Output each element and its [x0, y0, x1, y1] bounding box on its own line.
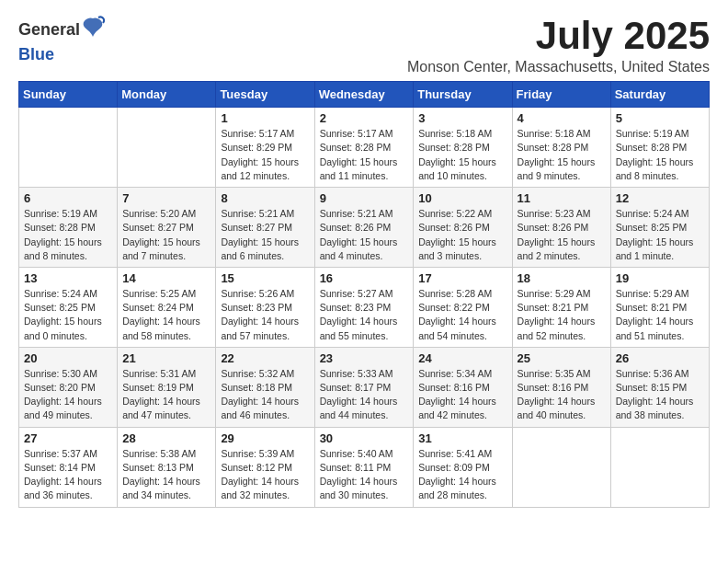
calendar-table: Sunday Monday Tuesday Wednesday Thursday…	[18, 81, 710, 507]
table-row: 1Sunrise: 5:17 AM Sunset: 8:29 PM Daylig…	[216, 108, 314, 188]
header: General Blue July 2025 Monson Center, Ma…	[18, 15, 710, 75]
calendar-week-row: 20Sunrise: 5:30 AM Sunset: 8:20 PM Dayli…	[19, 347, 710, 427]
table-row: 21Sunrise: 5:31 AM Sunset: 8:19 PM Dayli…	[118, 347, 216, 427]
day-info: Sunrise: 5:19 AM Sunset: 8:28 PM Dayligh…	[616, 127, 704, 183]
col-thursday: Thursday	[414, 82, 512, 108]
day-info: Sunrise: 5:20 AM Sunset: 8:27 PM Dayligh…	[122, 207, 210, 263]
day-info: Sunrise: 5:32 AM Sunset: 8:18 PM Dayligh…	[221, 367, 309, 423]
day-info: Sunrise: 5:17 AM Sunset: 8:28 PM Dayligh…	[320, 127, 409, 183]
table-row: 10Sunrise: 5:22 AM Sunset: 8:26 PM Dayli…	[414, 188, 512, 268]
logo: General Blue	[18, 15, 106, 64]
day-number: 19	[616, 271, 704, 285]
table-row: 31Sunrise: 5:41 AM Sunset: 8:09 PM Dayli…	[414, 427, 512, 507]
day-info: Sunrise: 5:29 AM Sunset: 8:21 PM Dayligh…	[616, 287, 704, 343]
day-info: Sunrise: 5:17 AM Sunset: 8:29 PM Dayligh…	[221, 127, 309, 183]
day-info: Sunrise: 5:38 AM Sunset: 8:13 PM Dayligh…	[122, 447, 210, 503]
day-number: 22	[221, 351, 309, 365]
calendar-week-row: 13Sunrise: 5:24 AM Sunset: 8:25 PM Dayli…	[19, 267, 710, 347]
table-row	[512, 427, 610, 507]
day-number: 30	[320, 431, 409, 445]
table-row: 29Sunrise: 5:39 AM Sunset: 8:12 PM Dayli…	[216, 427, 314, 507]
day-info: Sunrise: 5:23 AM Sunset: 8:26 PM Dayligh…	[518, 207, 606, 263]
day-number: 14	[122, 271, 210, 285]
day-number: 1	[221, 111, 309, 125]
table-row	[610, 427, 709, 507]
day-info: Sunrise: 5:19 AM Sunset: 8:28 PM Dayligh…	[24, 207, 112, 263]
day-number: 16	[320, 271, 409, 285]
table-row: 17Sunrise: 5:28 AM Sunset: 8:22 PM Dayli…	[414, 267, 512, 347]
day-number: 25	[518, 351, 606, 365]
col-sunday: Sunday	[19, 82, 118, 108]
table-row: 14Sunrise: 5:25 AM Sunset: 8:24 PM Dayli…	[118, 267, 216, 347]
day-number: 23	[320, 351, 409, 365]
day-info: Sunrise: 5:25 AM Sunset: 8:24 PM Dayligh…	[122, 287, 210, 343]
table-row: 16Sunrise: 5:27 AM Sunset: 8:23 PM Dayli…	[314, 267, 414, 347]
day-number: 15	[221, 271, 309, 285]
day-number: 27	[24, 431, 112, 445]
day-info: Sunrise: 5:34 AM Sunset: 8:16 PM Dayligh…	[418, 367, 506, 423]
table-row: 25Sunrise: 5:35 AM Sunset: 8:16 PM Dayli…	[512, 347, 610, 427]
title-month-year: July 2025	[407, 15, 710, 57]
calendar-header-row: Sunday Monday Tuesday Wednesday Thursday…	[19, 82, 710, 108]
calendar-week-row: 6Sunrise: 5:19 AM Sunset: 8:28 PM Daylig…	[19, 188, 710, 268]
day-number: 20	[24, 351, 112, 365]
table-row	[19, 108, 118, 188]
table-row: 9Sunrise: 5:21 AM Sunset: 8:26 PM Daylig…	[314, 188, 414, 268]
day-number: 21	[122, 351, 210, 365]
day-number: 8	[221, 191, 309, 205]
day-info: Sunrise: 5:31 AM Sunset: 8:19 PM Dayligh…	[122, 367, 210, 423]
logo-bird-icon	[80, 15, 106, 46]
day-info: Sunrise: 5:39 AM Sunset: 8:12 PM Dayligh…	[221, 447, 309, 503]
col-wednesday: Wednesday	[314, 82, 414, 108]
day-number: 2	[320, 111, 409, 125]
day-number: 17	[418, 271, 506, 285]
day-info: Sunrise: 5:41 AM Sunset: 8:09 PM Dayligh…	[418, 447, 506, 503]
day-info: Sunrise: 5:35 AM Sunset: 8:16 PM Dayligh…	[518, 367, 606, 423]
day-info: Sunrise: 5:28 AM Sunset: 8:22 PM Dayligh…	[418, 287, 506, 343]
day-number: 3	[418, 111, 506, 125]
day-number: 11	[518, 191, 606, 205]
day-info: Sunrise: 5:22 AM Sunset: 8:26 PM Dayligh…	[418, 207, 506, 263]
day-number: 4	[518, 111, 606, 125]
day-info: Sunrise: 5:36 AM Sunset: 8:15 PM Dayligh…	[616, 367, 704, 423]
day-info: Sunrise: 5:18 AM Sunset: 8:28 PM Dayligh…	[518, 127, 606, 183]
title-block: July 2025 Monson Center, Massachusetts, …	[407, 15, 710, 75]
day-number: 13	[24, 271, 112, 285]
calendar-week-row: 1Sunrise: 5:17 AM Sunset: 8:29 PM Daylig…	[19, 108, 710, 188]
table-row: 11Sunrise: 5:23 AM Sunset: 8:26 PM Dayli…	[512, 188, 610, 268]
table-row: 20Sunrise: 5:30 AM Sunset: 8:20 PM Dayli…	[19, 347, 118, 427]
col-tuesday: Tuesday	[216, 82, 314, 108]
day-number: 7	[122, 191, 210, 205]
table-row: 6Sunrise: 5:19 AM Sunset: 8:28 PM Daylig…	[19, 188, 118, 268]
day-info: Sunrise: 5:37 AM Sunset: 8:14 PM Dayligh…	[24, 447, 112, 503]
day-info: Sunrise: 5:29 AM Sunset: 8:21 PM Dayligh…	[518, 287, 606, 343]
title-location: Monson Center, Massachusetts, United Sta…	[407, 59, 710, 75]
day-number: 24	[418, 351, 506, 365]
table-row: 8Sunrise: 5:21 AM Sunset: 8:27 PM Daylig…	[216, 188, 314, 268]
day-info: Sunrise: 5:27 AM Sunset: 8:23 PM Dayligh…	[320, 287, 409, 343]
day-number: 29	[221, 431, 309, 445]
day-number: 28	[122, 431, 210, 445]
table-row: 26Sunrise: 5:36 AM Sunset: 8:15 PM Dayli…	[610, 347, 709, 427]
col-friday: Friday	[512, 82, 610, 108]
table-row: 13Sunrise: 5:24 AM Sunset: 8:25 PM Dayli…	[19, 267, 118, 347]
table-row: 12Sunrise: 5:24 AM Sunset: 8:25 PM Dayli…	[610, 188, 709, 268]
table-row: 5Sunrise: 5:19 AM Sunset: 8:28 PM Daylig…	[610, 108, 709, 188]
logo-general: General	[18, 21, 80, 40]
calendar-week-row: 27Sunrise: 5:37 AM Sunset: 8:14 PM Dayli…	[19, 427, 710, 507]
day-number: 6	[24, 191, 112, 205]
day-info: Sunrise: 5:40 AM Sunset: 8:11 PM Dayligh…	[320, 447, 409, 503]
day-info: Sunrise: 5:33 AM Sunset: 8:17 PM Dayligh…	[320, 367, 409, 423]
day-number: 26	[616, 351, 704, 365]
col-monday: Monday	[118, 82, 216, 108]
table-row: 22Sunrise: 5:32 AM Sunset: 8:18 PM Dayli…	[216, 347, 314, 427]
day-number: 18	[518, 271, 606, 285]
table-row: 2Sunrise: 5:17 AM Sunset: 8:28 PM Daylig…	[314, 108, 414, 188]
table-row: 27Sunrise: 5:37 AM Sunset: 8:14 PM Dayli…	[19, 427, 118, 507]
table-row: 23Sunrise: 5:33 AM Sunset: 8:17 PM Dayli…	[314, 347, 414, 427]
col-saturday: Saturday	[610, 82, 709, 108]
day-info: Sunrise: 5:30 AM Sunset: 8:20 PM Dayligh…	[24, 367, 112, 423]
table-row: 4Sunrise: 5:18 AM Sunset: 8:28 PM Daylig…	[512, 108, 610, 188]
table-row: 7Sunrise: 5:20 AM Sunset: 8:27 PM Daylig…	[118, 188, 216, 268]
day-number: 9	[320, 191, 409, 205]
